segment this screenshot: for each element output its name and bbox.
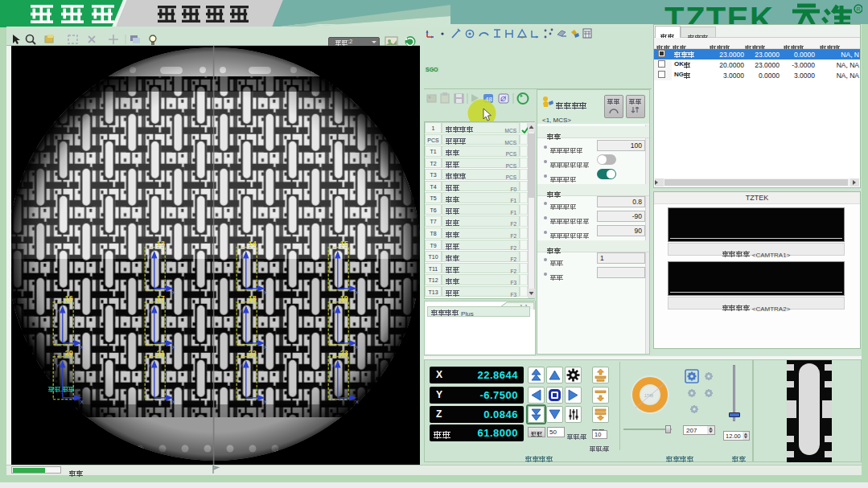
- svg-text:R: R: [857, 6, 861, 12]
- svg-text:15: 15: [340, 240, 348, 248]
- svg-text:Y: Y: [56, 309, 60, 314]
- svg-text:13: 13: [157, 240, 165, 248]
- svg-text:Y: Y: [331, 254, 335, 259]
- svg-text:X: X: [264, 290, 267, 295]
- svg-text:Ø: Ø: [500, 95, 507, 103]
- svg-text:X: X: [264, 400, 267, 404]
- svg-text:X: X: [264, 345, 267, 350]
- svg-text:18: 18: [249, 294, 257, 302]
- svg-text:Y: Y: [240, 309, 243, 314]
- svg-text:Y: Y: [56, 363, 60, 368]
- svg-text:Y: Y: [240, 363, 243, 368]
- svg-text:Y: Y: [148, 363, 151, 368]
- svg-text:X: X: [172, 345, 175, 350]
- svg-text:23: 23: [340, 349, 348, 357]
- svg-text:Y: Y: [148, 309, 151, 314]
- svg-text:22: 22: [249, 349, 257, 357]
- svg-text:19: 19: [340, 294, 348, 302]
- svg-text:Y: Y: [240, 254, 243, 259]
- svg-text:X: X: [172, 290, 175, 295]
- svg-text:X: X: [356, 345, 359, 350]
- svg-text:Y: Y: [331, 363, 335, 368]
- svg-text:X: X: [80, 345, 84, 350]
- svg-text:X: X: [80, 400, 84, 404]
- svg-text:20: 20: [65, 349, 73, 357]
- svg-text:Y: Y: [331, 309, 335, 314]
- svg-text:1748: 1748: [644, 393, 653, 398]
- svg-text:14: 14: [249, 240, 257, 248]
- svg-text:X: X: [356, 290, 359, 295]
- svg-text:17: 17: [157, 294, 165, 302]
- svg-text:21: 21: [157, 349, 165, 357]
- svg-text:16: 16: [65, 294, 73, 302]
- svg-text:Y: Y: [148, 254, 151, 259]
- svg-text:X: X: [172, 400, 175, 404]
- svg-text:X: X: [356, 400, 359, 404]
